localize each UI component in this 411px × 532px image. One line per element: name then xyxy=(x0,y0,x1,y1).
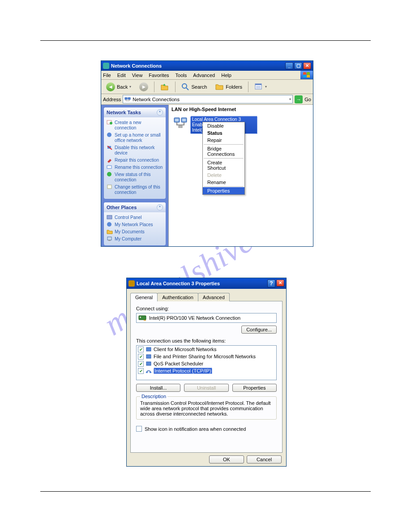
connect-using-label: Connect using: xyxy=(136,306,277,311)
collapse-icon[interactable]: ˄ xyxy=(157,204,163,210)
svg-rect-6 xyxy=(125,98,127,99)
task-setup-network[interactable]: Set up a home or small office network xyxy=(107,132,163,144)
items-list[interactable]: ✔ Client for Microsoft Networks ✔ File a… xyxy=(136,345,277,380)
help-button[interactable]: ? xyxy=(267,279,275,287)
document-page: manualshive.com Network Connections _ ▢ … xyxy=(0,0,411,532)
item-qos[interactable]: ✔ QoS Packet Scheduler xyxy=(137,360,276,367)
views-button[interactable]: ▾ xyxy=(251,82,270,92)
menu-help[interactable]: Help xyxy=(221,73,231,78)
menu-tools[interactable]: Tools xyxy=(176,73,187,78)
search-button[interactable]: Search xyxy=(178,82,210,92)
folders-button[interactable]: Folders xyxy=(212,82,245,92)
ctx-delete: Delete xyxy=(203,172,244,179)
menu-advanced[interactable]: Advanced xyxy=(193,73,215,78)
checkbox-checked[interactable]: ✔ xyxy=(138,347,144,352)
checkbox-unchecked[interactable]: ✔ xyxy=(136,426,142,432)
task-rename[interactable]: Rename this connection xyxy=(107,164,163,171)
link-network-places[interactable]: My Network Places xyxy=(107,221,163,228)
ctx-repair[interactable]: Repair xyxy=(203,137,244,144)
titlebar[interactable]: Local Area Connection 3 Properties ? ✕ xyxy=(127,278,286,289)
chevron-down-icon: ▾ xyxy=(265,85,267,89)
ctx-shortcut[interactable]: Create Shortcut xyxy=(203,159,244,172)
back-button[interactable]: ◄ Back ▾ xyxy=(103,81,134,93)
back-icon: ◄ xyxy=(106,82,115,91)
install-button[interactable]: Install... xyxy=(136,384,180,392)
description-legend: Description xyxy=(140,394,167,399)
address-field[interactable]: Network Connections ▾ xyxy=(123,95,293,103)
menu-file[interactable]: File xyxy=(103,73,111,78)
ctx-bridge[interactable]: Bridge Connections xyxy=(203,145,244,158)
svg-rect-22 xyxy=(175,119,179,121)
properties-button[interactable]: Properties xyxy=(232,384,277,392)
window-title: Network Connections xyxy=(111,63,162,69)
close-button[interactable]: ✕ xyxy=(303,62,311,69)
toolbar: ◄ Back ▾ ► Search Folders xyxy=(101,80,313,94)
show-icon-label: Show icon in notification area when conn… xyxy=(145,426,246,432)
minimize-button[interactable]: _ xyxy=(285,62,293,69)
svg-line-1 xyxy=(186,88,188,90)
content-pane[interactable]: LAN or High-Speed Internet Local Area Co… xyxy=(168,105,313,246)
svg-rect-16 xyxy=(107,215,112,219)
titlebar[interactable]: Network Connections _ ▢ ✕ xyxy=(101,61,313,71)
window-icon xyxy=(128,280,135,287)
checkbox-checked[interactable]: ✔ xyxy=(138,368,144,374)
checkbox-checked[interactable]: ✔ xyxy=(138,354,144,360)
link-my-computer[interactable]: My Computer xyxy=(107,236,163,243)
panel-title: Other Places xyxy=(107,205,137,210)
ctx-status[interactable]: Status xyxy=(203,129,244,137)
task-view-status[interactable]: View status of this connection xyxy=(107,171,163,184)
go-button[interactable]: → xyxy=(295,95,303,103)
views-icon xyxy=(254,83,263,91)
panel-header[interactable]: Network Tasks ˄ xyxy=(104,107,166,117)
folders-icon xyxy=(215,83,224,91)
panel-header[interactable]: Other Places ˄ xyxy=(104,202,166,212)
svg-rect-29 xyxy=(146,355,151,358)
ctx-disable[interactable]: Disable xyxy=(203,122,244,129)
cancel-button[interactable]: Cancel xyxy=(247,455,282,463)
ok-button[interactable]: OK xyxy=(209,455,244,463)
item-client[interactable]: ✔ Client for Microsoft Networks xyxy=(137,346,276,353)
configure-button[interactable]: Configure... xyxy=(241,326,277,334)
service-icon xyxy=(146,353,152,360)
svg-point-9 xyxy=(110,122,112,124)
maximize-button[interactable]: ▢ xyxy=(294,62,302,69)
menu-edit[interactable]: Edit xyxy=(117,73,126,78)
chevron-down-icon[interactable]: ▾ xyxy=(289,97,291,101)
tab-authentication[interactable]: Authentication xyxy=(157,293,198,301)
link-control-panel[interactable]: Control Panel xyxy=(107,214,163,221)
window-icon xyxy=(103,63,109,69)
svg-rect-28 xyxy=(146,348,151,351)
link-my-documents[interactable]: My Documents xyxy=(107,228,163,236)
ctx-properties[interactable]: Properties xyxy=(203,187,244,194)
item-tcpip[interactable]: ✔ Internet Protocol (TCP/IP) xyxy=(137,367,276,374)
separator xyxy=(175,82,176,92)
tab-advanced[interactable]: Advanced xyxy=(198,293,230,301)
folders-label: Folders xyxy=(226,84,242,90)
task-disable-device[interactable]: Disable this network device xyxy=(107,144,163,157)
dialog-title: Local Area Connection 3 Properties xyxy=(137,281,220,286)
up-button[interactable] xyxy=(157,81,172,93)
item-file-sharing[interactable]: ✔ File and Printer Sharing for Microsoft… xyxy=(137,353,276,360)
top-rule xyxy=(40,40,371,41)
address-value: Network Connections xyxy=(133,97,180,102)
ctx-rename[interactable]: Rename xyxy=(203,179,244,186)
task-repair[interactable]: Repair this connection xyxy=(107,157,163,164)
separator xyxy=(204,144,244,145)
menu-favorites[interactable]: Favorites xyxy=(149,73,169,78)
close-button[interactable]: ✕ xyxy=(276,279,284,287)
svg-point-0 xyxy=(182,84,187,88)
forward-button[interactable]: ► xyxy=(136,81,151,93)
task-change-settings[interactable]: Change settings of this connection xyxy=(107,184,163,196)
svg-rect-19 xyxy=(108,240,111,241)
task-create-connection[interactable]: Create a new connection xyxy=(107,119,163,132)
menu-view[interactable]: View xyxy=(132,73,143,78)
uninstall-button: Uninstall xyxy=(184,384,228,392)
collapse-icon[interactable]: ˄ xyxy=(157,109,163,116)
nic-icon xyxy=(138,315,146,321)
network-tasks-panel: Network Tasks ˄ Create a new connection … xyxy=(104,107,166,199)
checkbox-checked[interactable]: ✔ xyxy=(138,361,144,367)
address-bar: Address Network Connections ▾ → Go xyxy=(101,94,313,105)
network-connections-icon xyxy=(124,96,131,103)
adapter-field: Intel(R) PRO/100 VE Network Connection xyxy=(136,313,277,323)
tab-general[interactable]: General xyxy=(130,293,158,301)
